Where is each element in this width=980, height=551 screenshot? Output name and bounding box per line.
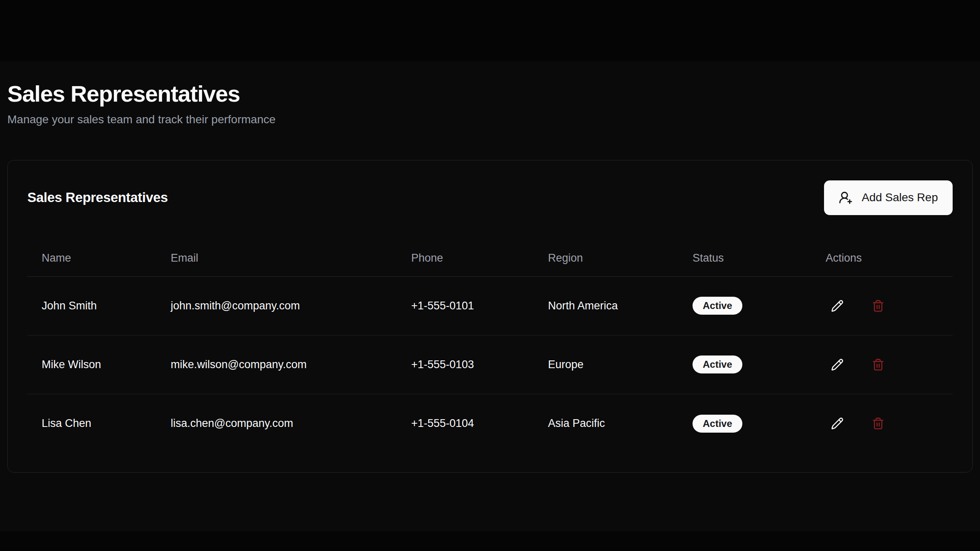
cell-name: John Smith <box>27 276 156 335</box>
column-header-actions: Actions <box>811 240 953 276</box>
cell-region: North America <box>534 276 678 335</box>
column-header-phone: Phone <box>397 240 534 276</box>
cell-actions <box>811 394 953 453</box>
add-sales-rep-label: Add Sales Rep <box>862 191 938 204</box>
column-header-email: Email <box>156 240 397 276</box>
delete-button[interactable] <box>866 353 889 376</box>
pencil-icon <box>831 300 844 312</box>
sales-reps-table: Name Email Phone Region Status Actions J… <box>27 240 953 453</box>
delete-button[interactable] <box>866 294 889 317</box>
cell-phone: +1-555-0101 <box>397 276 534 335</box>
pencil-icon <box>831 358 844 371</box>
cell-region: Asia Pacific <box>534 394 678 453</box>
table-row: John Smith john.smith@company.com +1-555… <box>27 276 953 335</box>
cell-email: lisa.chen@company.com <box>156 394 397 453</box>
table-header-row: Name Email Phone Region Status Actions <box>27 240 953 276</box>
cell-phone: +1-555-0103 <box>397 335 534 394</box>
cell-actions <box>811 335 953 394</box>
column-header-name: Name <box>27 240 156 276</box>
cell-name: Mike Wilson <box>27 335 156 394</box>
trash-icon <box>872 358 884 371</box>
status-badge: Active <box>693 297 742 315</box>
cell-status: Active <box>678 394 811 453</box>
add-sales-rep-button[interactable]: Add Sales Rep <box>824 180 953 215</box>
cell-phone: +1-555-0104 <box>397 394 534 453</box>
table-row: Mike Wilson mike.wilson@company.com +1-5… <box>27 335 953 394</box>
sales-reps-card: Sales Representatives Add Sales Rep Name… <box>7 160 973 473</box>
user-plus-icon <box>839 191 853 204</box>
status-badge: Active <box>693 355 742 373</box>
page-title: Sales Representatives <box>7 80 973 107</box>
edit-button[interactable] <box>826 294 849 317</box>
cell-region: Europe <box>534 335 678 394</box>
column-header-status: Status <box>678 240 811 276</box>
edit-button[interactable] <box>826 412 849 435</box>
page-subtitle: Manage your sales team and track their p… <box>7 111 973 127</box>
delete-button[interactable] <box>866 412 889 435</box>
cell-email: john.smith@company.com <box>156 276 397 335</box>
cell-actions <box>811 276 953 335</box>
table-header: Name Email Phone Region Status Actions <box>27 240 953 276</box>
cell-status: Active <box>678 276 811 335</box>
trash-icon <box>872 300 884 312</box>
page-content: Sales Representatives Manage your sales … <box>0 0 980 473</box>
card-title: Sales Representatives <box>27 190 168 205</box>
cell-email: mike.wilson@company.com <box>156 335 397 394</box>
table-row: Lisa Chen lisa.chen@company.com +1-555-0… <box>27 394 953 453</box>
column-header-region: Region <box>534 240 678 276</box>
trash-icon <box>872 417 884 430</box>
edit-button[interactable] <box>826 353 849 376</box>
card-header: Sales Representatives Add Sales Rep <box>27 180 953 215</box>
status-badge: Active <box>693 415 742 433</box>
cell-status: Active <box>678 335 811 394</box>
pencil-icon <box>831 417 844 430</box>
cell-name: Lisa Chen <box>27 394 156 453</box>
